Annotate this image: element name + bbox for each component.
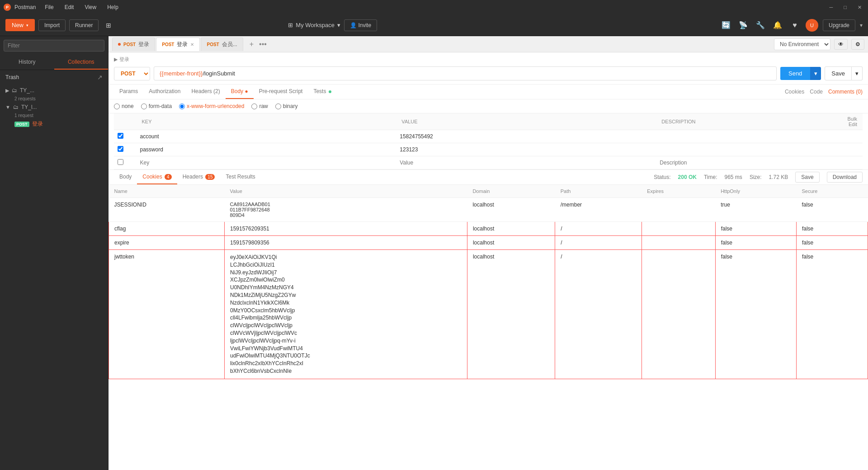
req-tab-body[interactable]: Body ● xyxy=(226,85,254,99)
body-none-radio[interactable] xyxy=(114,103,120,109)
post-method-badge: POST xyxy=(14,122,29,127)
tab2-label: 登录 xyxy=(177,41,188,48)
row3-checkbox[interactable] xyxy=(118,159,123,165)
response-download-button[interactable]: Download xyxy=(827,172,863,183)
body-formdata-label: form-data xyxy=(149,103,172,109)
body-formdata-radio[interactable] xyxy=(141,103,147,109)
row1-key[interactable] xyxy=(140,133,392,140)
heart-icon[interactable]: ♥ xyxy=(788,19,801,32)
tab1-label: 登录 xyxy=(138,41,149,48)
body-raw-option[interactable]: raw xyxy=(251,103,268,109)
req-tab-tests[interactable]: Tests xyxy=(308,85,336,99)
body-urlencoded-radio[interactable] xyxy=(179,103,185,109)
runner-button[interactable]: Runner xyxy=(69,19,99,31)
row3-desc[interactable] xyxy=(660,160,838,166)
sidebar-item-trash[interactable]: Trash ↗ xyxy=(0,70,108,85)
resp-tab-body[interactable]: Body xyxy=(114,170,137,184)
wrench-icon[interactable]: 🔧 xyxy=(754,19,767,32)
bulk-edit-btn[interactable]: Bulk Edit xyxy=(842,113,863,130)
row2-value[interactable] xyxy=(400,146,652,153)
tab2-close-icon[interactable]: ✕ xyxy=(190,42,194,47)
row2-key[interactable] xyxy=(140,146,392,153)
cookies-link[interactable]: Cookies xyxy=(785,89,804,95)
jwttoken-name: jwttoken xyxy=(109,250,225,379)
toolbar-icon-button[interactable]: ⊞ xyxy=(102,19,115,31)
tab-collections[interactable]: Collections xyxy=(54,55,108,70)
body-binary-radio[interactable] xyxy=(275,103,281,109)
save-button[interactable]: Save xyxy=(825,66,852,80)
more-tabs-button[interactable]: ••• xyxy=(257,39,269,49)
row2-desc[interactable] xyxy=(660,146,838,153)
upgrade-button[interactable]: Upgrade xyxy=(823,19,855,31)
resp-tab-headers[interactable]: Headers 15 xyxy=(177,170,221,184)
row2-checkbox[interactable] xyxy=(118,146,123,152)
row1-value[interactable] xyxy=(400,133,652,140)
req-tab-prerequest-label: Pre-request Script xyxy=(259,88,303,94)
row1-desc[interactable] xyxy=(660,133,838,140)
request-tab-3[interactable]: POST 会员... xyxy=(201,38,243,51)
jwttoken-path: / xyxy=(555,250,642,379)
sidebar-group-2-header[interactable]: ▼ 🗂 TY_l... xyxy=(0,101,108,113)
expire-expires xyxy=(642,236,715,250)
row3-key[interactable] xyxy=(140,160,392,166)
new-tab-icon[interactable]: ↗ xyxy=(97,74,103,81)
body-formdata-option[interactable]: form-data xyxy=(141,103,172,109)
tab-history[interactable]: History xyxy=(0,55,54,70)
req-tab-prerequest[interactable]: Pre-request Script xyxy=(254,85,308,99)
menu-help[interactable]: Help xyxy=(105,3,120,11)
env-eye-button[interactable]: 👁 xyxy=(834,39,848,50)
request-tab-1[interactable]: POST 登录 xyxy=(112,38,155,51)
jsessionid-expires xyxy=(642,198,715,222)
close-button[interactable]: ✕ xyxy=(855,4,864,11)
add-tab-button[interactable]: + xyxy=(248,39,255,49)
resp-tab-cookies[interactable]: Cookies 4 xyxy=(137,170,177,184)
menu-view[interactable]: View xyxy=(83,3,98,11)
send-button[interactable]: Send xyxy=(780,67,810,80)
sidebar-item-login[interactable]: POST 登录 xyxy=(0,118,108,130)
upgrade-chevron-icon[interactable]: ▾ xyxy=(860,22,863,28)
menu-file[interactable]: File xyxy=(43,3,55,11)
method-selector[interactable]: POST xyxy=(114,67,150,80)
body-raw-radio[interactable] xyxy=(251,103,257,109)
maximize-button[interactable]: □ xyxy=(841,4,849,11)
body-urlencoded-option[interactable]: x-www-form-urlencoded xyxy=(179,103,244,109)
avatar[interactable]: U xyxy=(806,19,818,32)
cookies-table: Name Value Domain Path Expires HttpOnly … xyxy=(108,185,868,379)
menu-edit[interactable]: Edit xyxy=(63,3,76,11)
resp-tab-test-results[interactable]: Test Results xyxy=(220,170,260,184)
tab3-label: 会员... xyxy=(222,41,237,48)
environment-selector[interactable]: No Environment xyxy=(774,38,830,50)
sidebar-group-1-header[interactable]: ▶ 🗂 TY_... xyxy=(0,85,108,96)
tab1-method: POST xyxy=(123,42,136,47)
row1-checkbox[interactable] xyxy=(118,133,123,139)
minimize-button[interactable]: ─ xyxy=(827,4,836,11)
table-row xyxy=(114,130,863,143)
row3-value[interactable] xyxy=(400,160,652,166)
satellite-icon[interactable]: 📡 xyxy=(737,19,750,32)
workspace-selector[interactable]: ⊞ My Workspace ▾ xyxy=(288,22,340,28)
jsessionid-domain: localhost xyxy=(467,198,555,222)
cookie-row-jwttoken: jwttoken eyJ0eXAiOiJKV1QiLCJhbGciOiJIUzI… xyxy=(109,250,868,379)
url-input-display[interactable]: {{member-front}} /loginSubmit xyxy=(154,66,777,80)
req-tab-auth[interactable]: Authorization xyxy=(143,85,186,99)
new-button[interactable]: New ▾ xyxy=(5,19,35,31)
env-settings-button[interactable]: ⚙ xyxy=(851,39,864,50)
request-tab-2[interactable]: POST 登录 ✕ xyxy=(156,38,200,51)
body-none-option[interactable]: none xyxy=(114,103,134,109)
comments-link[interactable]: Comments (0) xyxy=(828,89,863,95)
req-tab-params[interactable]: Params xyxy=(114,85,143,99)
titlebar: P Postman File Edit View Help ─ □ ✕ xyxy=(0,0,868,14)
req-tab-headers[interactable]: Headers (2) xyxy=(186,85,225,99)
response-save-button[interactable]: Save xyxy=(795,172,819,183)
import-button[interactable]: Import xyxy=(38,19,66,31)
send-dropdown-button[interactable]: ▾ xyxy=(810,67,821,80)
app-body: History Collections Trash ↗ ▶ 🗂 TY_... 2… xyxy=(0,36,868,470)
bell-icon[interactable]: 🔔 xyxy=(771,19,784,32)
body-raw-label: raw xyxy=(259,103,268,109)
invite-button[interactable]: 👤 Invite xyxy=(344,19,377,31)
code-link[interactable]: Code xyxy=(810,89,823,95)
save-dropdown-button[interactable]: ▾ xyxy=(852,66,863,80)
body-binary-option[interactable]: binary xyxy=(275,103,298,109)
sync-icon[interactable]: 🔄 xyxy=(720,19,732,32)
search-input[interactable] xyxy=(4,40,104,52)
